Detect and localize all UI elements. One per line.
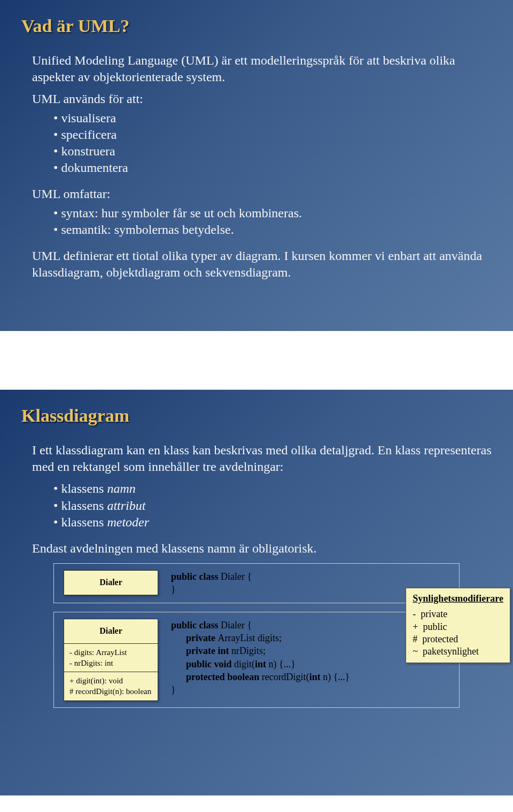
- uml-method: + digit(int): void: [69, 675, 152, 686]
- slide1-body: Unified Modeling Language (UML) är ett m…: [32, 52, 492, 281]
- uml-class-simple: Dialer: [64, 570, 158, 595]
- code-line: }: [171, 683, 349, 696]
- code-kw: private int: [186, 645, 231, 656]
- example2-box: Dialer - digits: ArrayList - nrDigits: i…: [53, 612, 460, 708]
- part-italic: attribut: [107, 499, 145, 513]
- visibility-row: + public: [413, 621, 503, 633]
- code-text: ArrayList digits;: [217, 633, 282, 643]
- part-italic: namn: [107, 482, 135, 495]
- example1-box: Dialer public class Dialer { }: [53, 563, 460, 603]
- list-item: klassens attribut: [53, 498, 492, 514]
- slide2-intro: I ett klassdiagram kan en klass kan besk…: [32, 442, 492, 475]
- slide-gap: [0, 331, 513, 390]
- slide2-note: Endast avdelningen med klassens namn är …: [32, 540, 492, 557]
- code-text: recordDigit(: [262, 672, 309, 682]
- part-pre: klassens: [61, 482, 107, 495]
- slide1-title: Vad är UML?: [21, 16, 492, 36]
- slide2-title: Klassdiagram: [21, 406, 492, 426]
- uml-class-methods: + digit(int): void # recordDigit(n): boo…: [64, 672, 158, 700]
- list-item: dokumentera: [53, 160, 492, 176]
- slide1-covers-label: UML omfattar:: [32, 186, 492, 202]
- code-text: n) {...}: [323, 672, 349, 682]
- list-item: konstruera: [53, 143, 492, 160]
- code-text: digit(: [234, 659, 255, 669]
- slide2-body: I ett klassdiagram kan en klass kan besk…: [32, 442, 492, 708]
- slide1-usedfor-label: UML används för att:: [32, 91, 492, 107]
- slide1-intro: Unified Modeling Language (UML) är ett m…: [32, 52, 492, 85]
- code-kw: public void: [186, 659, 234, 669]
- visibility-row: # protected: [413, 633, 503, 645]
- example2-wrap: Dialer - digits: ArrayList - nrDigits: i…: [32, 612, 492, 708]
- uml-class-attrs: - digits: ArrayList - nrDigits: int: [64, 644, 158, 673]
- slide1-usedfor-list: visualisera specificera konstruera dokum…: [32, 110, 492, 177]
- code-line: public class Dialer {: [171, 570, 252, 583]
- list-item: semantik: symbolernas betydelse.: [53, 222, 492, 238]
- list-item: visualisera: [53, 110, 492, 127]
- code-kw: int: [309, 672, 323, 682]
- uml-method: # recordDigit(n): boolean: [69, 686, 152, 697]
- list-item: specificera: [53, 127, 492, 143]
- code-kw: protected boolean: [186, 672, 262, 682]
- code-text: Dialer {: [221, 571, 252, 582]
- list-item: klassens namn: [53, 480, 492, 497]
- code-line: public class Dialer {: [171, 619, 349, 632]
- uml-attr: - digits: ArrayList: [69, 647, 152, 658]
- uml-class-name: Dialer: [64, 619, 158, 644]
- code-line: private ArrayList digits;: [171, 632, 349, 644]
- code-kw: public class: [171, 571, 221, 582]
- visibility-row: - private: [413, 608, 503, 620]
- code-kw: int: [255, 659, 269, 669]
- slide1-covers-list: syntax: hur symboler får se ut och kombi…: [32, 205, 492, 238]
- uml-attr: - nrDigits: int: [69, 658, 152, 668]
- part-italic: metoder: [107, 515, 149, 529]
- list-item: syntax: hur symboler får se ut och kombi…: [53, 205, 492, 222]
- code-kw: public class: [171, 620, 221, 630]
- code-line: public void digit(int n) {...}: [171, 658, 349, 671]
- code-line: private int nrDigits;: [171, 644, 349, 657]
- slide2-parts-list: klassens namn klassens attribut klassens…: [32, 480, 492, 531]
- visibility-title: Synlighetsmodifierare: [413, 593, 503, 605]
- visibility-legend: Synlighetsmodifierare - private + public…: [406, 588, 510, 663]
- visibility-row: ~ paketsynlighet: [413, 645, 503, 658]
- slide1-diagrams: UML definierar ett tiotal olika typer av…: [32, 248, 492, 281]
- slide-klassdiagram: Klassdiagram I ett klassdiagram kan en k…: [0, 390, 513, 795]
- code-text: n) {...}: [269, 659, 296, 669]
- list-item: klassens metoder: [53, 514, 492, 531]
- slide-vad-ar-uml: Vad är UML? Unified Modeling Language (U…: [0, 0, 513, 331]
- code-line: }: [171, 583, 252, 596]
- code-text: nrDigits;: [231, 645, 266, 656]
- example1-code: public class Dialer { }: [171, 570, 252, 596]
- uml-class-detailed: Dialer - digits: ArrayList - nrDigits: i…: [64, 619, 158, 701]
- example2-code: public class Dialer { private ArrayList …: [171, 619, 349, 697]
- code-line: protected boolean recordDigit(int n) {..…: [171, 671, 349, 683]
- code-kw: private: [186, 633, 217, 643]
- part-pre: klassens: [61, 499, 107, 513]
- code-text: Dialer {: [221, 620, 252, 630]
- part-pre: klassens: [61, 515, 107, 529]
- uml-class-name: Dialer: [64, 571, 158, 595]
